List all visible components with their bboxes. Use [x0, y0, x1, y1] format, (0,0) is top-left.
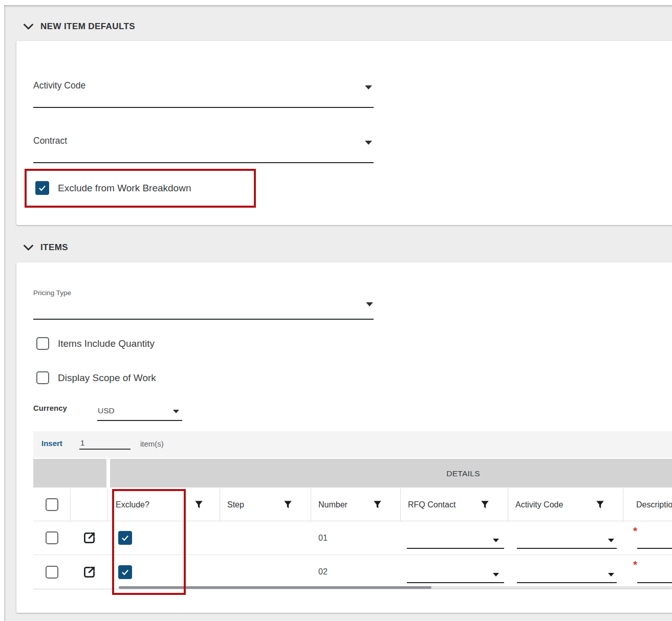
currency-value: USD — [98, 406, 115, 415]
items-include-quantity-label: Items Include Quantity — [58, 338, 155, 349]
activity-code-dropdown-arrow-icon[interactable] — [365, 85, 372, 90]
chevron-down-icon[interactable] — [23, 245, 34, 251]
pricing-type-select[interactable] — [33, 319, 374, 320]
checkbox-checked-icon[interactable] — [35, 181, 49, 195]
dropdown-arrow-icon[interactable] — [493, 539, 499, 542]
column-header-rfq-contact: RFQ Contact — [408, 500, 456, 509]
column-header-description: Description — [636, 500, 672, 509]
open-in-new-icon[interactable] — [82, 530, 97, 545]
currency-dropdown-arrow-icon[interactable] — [173, 410, 179, 413]
header-cell-activity-code: Activity Code — [508, 489, 623, 521]
column-header-number: Number — [318, 500, 348, 509]
filter-icon[interactable] — [373, 500, 382, 509]
filter-icon[interactable] — [284, 500, 292, 509]
rfq-contact-select[interactable] — [407, 582, 504, 583]
exclude-checkbox[interactable] — [118, 565, 132, 579]
header-cell-select-all — [33, 489, 71, 521]
activity-code-cell — [508, 555, 623, 589]
section-header-new-item-defaults[interactable]: NEW ITEM DEFAULTS — [23, 21, 135, 32]
filter-icon[interactable] — [194, 500, 203, 509]
required-asterisk: * — [633, 525, 637, 537]
header-cell-description: Description — [623, 489, 672, 521]
filter-icon[interactable] — [596, 500, 604, 509]
table-group-header-left — [33, 459, 106, 487]
select-all-checkbox[interactable] — [46, 498, 58, 511]
display-scope-of-work-checkbox[interactable]: Display Scope of Work — [36, 371, 156, 384]
activity-code-cell — [508, 521, 623, 555]
insert-count-suffix: item(s) — [140, 439, 164, 448]
new-item-defaults-card — [16, 41, 672, 225]
currency-label: Currency — [33, 404, 67, 412]
number-value: 02 — [318, 567, 328, 576]
table-row: 02 * — [33, 555, 672, 589]
contract-select[interactable] — [33, 162, 374, 163]
column-header-step: Step — [227, 500, 244, 509]
insert-toolbar: Insert item(s) — [33, 431, 672, 458]
description-input[interactable] — [637, 582, 672, 583]
details-group-title: DETAILS — [446, 469, 480, 478]
contract-label: Contract — [33, 136, 67, 146]
open-in-new-icon[interactable] — [82, 565, 97, 580]
column-header-activity-code: Activity Code — [515, 500, 563, 509]
horizontal-scrollbar-thumb[interactable] — [119, 586, 431, 589]
required-asterisk: * — [633, 559, 637, 571]
activity-code-select[interactable] — [517, 582, 617, 583]
column-header-exclude: Exclude? — [116, 500, 149, 509]
header-cell-open — [71, 489, 108, 521]
dropdown-arrow-icon[interactable] — [608, 539, 614, 542]
description-cell: * — [623, 555, 672, 589]
checkbox-unchecked-icon[interactable] — [36, 337, 49, 350]
rfq-contact-cell — [401, 521, 508, 555]
activity-code-label: Activity Code — [33, 80, 85, 91]
activity-code-select[interactable] — [33, 107, 374, 108]
section-title: NEW ITEM DEFAULTS — [40, 21, 135, 32]
rfq-contact-select[interactable] — [407, 548, 504, 549]
page: NEW ITEM DEFAULTS Activity Code Contract… — [0, 0, 672, 621]
rfq-contact-cell — [401, 555, 508, 589]
chevron-down-icon[interactable] — [23, 24, 34, 30]
pricing-type-dropdown-arrow-icon[interactable] — [366, 302, 373, 306]
display-scope-of-work-label: Display Scope of Work — [58, 372, 156, 384]
insert-button[interactable]: Insert — [41, 439, 62, 448]
table-header-row: Exclude? Step Number RFQ Contact Activit… — [33, 489, 672, 521]
items-include-quantity-checkbox[interactable]: Items Include Quantity — [36, 337, 155, 350]
currency-select[interactable] — [97, 420, 182, 421]
row-select-checkbox[interactable] — [46, 531, 58, 544]
header-cell-exclude: Exclude? — [108, 489, 220, 521]
section-title: ITEMS — [40, 242, 68, 253]
header-cell-rfq-contact: RFQ Contact — [401, 489, 508, 521]
dropdown-arrow-icon[interactable] — [493, 573, 499, 576]
exclude-from-work-breakdown-label: Exclude from Work Breakdown — [58, 183, 191, 194]
section-header-items[interactable]: ITEMS — [23, 242, 68, 253]
filter-icon[interactable] — [481, 500, 489, 509]
checkbox-unchecked-icon[interactable] — [36, 371, 49, 384]
pricing-type-label: Pricing Type — [33, 289, 71, 297]
table-group-header-details — [110, 459, 672, 487]
contract-dropdown-arrow-icon[interactable] — [365, 141, 372, 145]
dropdown-arrow-icon[interactable] — [608, 573, 614, 576]
row-select-checkbox[interactable] — [46, 566, 58, 579]
insert-count-input[interactable] — [79, 437, 131, 450]
description-input[interactable] — [637, 548, 672, 549]
table-row: 01 * — [33, 521, 672, 555]
number-value: 01 — [318, 534, 328, 543]
description-cell: * — [623, 521, 672, 555]
exclude-from-work-breakdown-checkbox[interactable]: Exclude from Work Breakdown — [35, 181, 191, 195]
header-cell-step: Step — [220, 489, 311, 521]
exclude-checkbox[interactable] — [118, 531, 132, 545]
activity-code-select[interactable] — [517, 548, 617, 549]
header-cell-number: Number — [311, 489, 401, 521]
